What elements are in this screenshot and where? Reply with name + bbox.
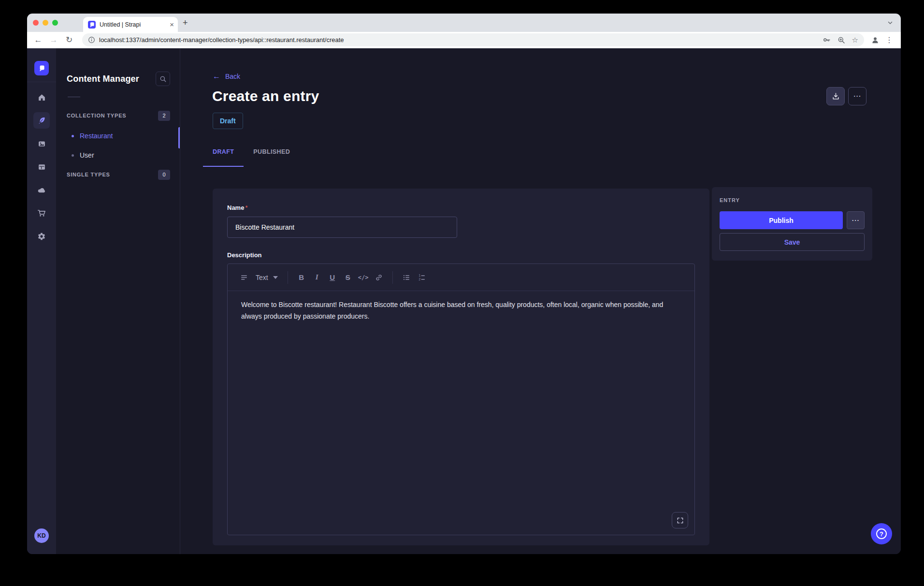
marketplace-cart-icon[interactable] [33, 205, 50, 221]
expand-editor-button[interactable] [672, 512, 688, 528]
tab-draft[interactable]: DRAFT [203, 146, 244, 167]
svg-text:1: 1 [419, 274, 420, 277]
subnav-divider [68, 97, 80, 97]
url-text[interactable]: localhost:1337/admin/content-manager/col… [99, 36, 816, 44]
collection-types-count: 2 [158, 111, 170, 121]
browser-back-icon[interactable]: ← [32, 34, 44, 46]
page-title: Create an entry [212, 88, 319, 104]
name-input[interactable] [227, 217, 457, 238]
code-icon: </> [358, 274, 369, 281]
browser-forward-icon[interactable]: → [47, 34, 60, 46]
user-avatar[interactable]: KD [34, 528, 49, 543]
browser-menu-icon[interactable]: ⋮ [885, 35, 893, 44]
main-content: ← Back Create an entry ⋯ Draft DRAFT PUB… [180, 48, 901, 554]
help-icon: ? [876, 528, 887, 539]
browser-reload-icon[interactable]: ↻ [63, 34, 75, 46]
chevron-down-icon [273, 276, 278, 279]
bulleted-list-button[interactable] [399, 270, 414, 285]
svg-text:2: 2 [419, 277, 420, 280]
sidebar-item-label: User [80, 151, 94, 159]
strikethrough-icon: S [346, 273, 350, 281]
status-badge: Draft [213, 113, 243, 129]
publish-button[interactable]: Publish [720, 211, 843, 229]
close-window-button[interactable] [33, 20, 39, 26]
new-tab-button[interactable]: + [183, 18, 188, 28]
tab-search-chevron-icon[interactable] [887, 20, 893, 26]
link-button[interactable] [371, 270, 387, 285]
help-button[interactable]: ? [871, 523, 892, 544]
settings-gear-icon[interactable] [33, 228, 50, 245]
back-arrow-icon: ← [213, 73, 220, 80]
tab-title: Untitled | Strapi [100, 21, 166, 28]
bullet-dot [72, 135, 74, 137]
browser-toolbar: ← → ↻ localhost:1337/admin/content-manag… [27, 32, 901, 48]
tab-close-icon[interactable]: × [170, 21, 174, 28]
save-button[interactable]: Save [720, 233, 865, 251]
site-info-icon[interactable] [88, 36, 95, 44]
browser-window: Untitled | Strapi × + ← → ↻ localhost:13… [27, 14, 901, 554]
bold-button[interactable]: B [294, 270, 309, 285]
tab-published[interactable]: PUBLISHED [244, 146, 300, 167]
text-style-value: Text [256, 274, 268, 281]
single-types-label: SINGLE TYPES [67, 172, 110, 177]
home-icon[interactable] [33, 89, 50, 105]
toolbar-separator [392, 271, 393, 284]
zoom-window-button[interactable] [52, 20, 58, 26]
address-bar[interactable]: localhost:1337/admin/content-manager/col… [82, 33, 864, 46]
nav-rail: KD [27, 48, 56, 554]
media-library-icon[interactable] [33, 135, 50, 152]
version-tabs: DRAFT PUBLISHED [203, 146, 300, 167]
zoom-page-icon[interactable] [837, 36, 845, 44]
description-label: Description [227, 251, 695, 259]
header-more-button[interactable]: ⋯ [848, 87, 866, 105]
rail-divider [27, 82, 56, 82]
required-asterisk: * [245, 204, 247, 211]
bookmark-star-icon[interactable]: ☆ [852, 36, 858, 44]
back-label: Back [225, 73, 240, 80]
underline-button[interactable]: U [325, 270, 340, 285]
editor-toolbar: Text B I U S </> [228, 264, 694, 291]
more-icon: ⋯ [853, 92, 862, 100]
name-label: Name [227, 204, 244, 211]
more-icon: ⋯ [852, 217, 860, 224]
toolbar-separator [288, 271, 288, 284]
code-button[interactable]: </> [356, 270, 371, 285]
entry-more-button[interactable]: ⋯ [847, 211, 865, 229]
content-manager-icon[interactable] [33, 112, 50, 129]
password-key-icon[interactable] [823, 36, 831, 44]
minimize-window-button[interactable] [43, 20, 48, 26]
entry-form-card: Name* Description Text B [213, 189, 709, 545]
bold-icon: B [299, 273, 304, 281]
bullet-dot [72, 154, 74, 157]
export-button[interactable] [826, 87, 845, 105]
subnav-title: Content Manager [67, 74, 139, 84]
single-types-count: 0 [158, 170, 170, 180]
entry-panel-title: ENTRY [720, 197, 865, 203]
traffic-lights [33, 20, 58, 26]
sidebar-item-label: Restaurant [80, 132, 113, 140]
content-manager-subnav: Content Manager COLLECTION TYPES 2 Resta… [56, 48, 180, 554]
entry-panel: ENTRY Publish ⋯ Save [712, 187, 872, 261]
sidebar-item-user[interactable]: User [67, 146, 170, 165]
strapi-logo[interactable] [34, 61, 49, 75]
sidebar-item-restaurant[interactable]: Restaurant [67, 126, 170, 146]
profile-icon[interactable] [871, 36, 880, 44]
underline-icon: U [330, 273, 335, 281]
collection-types-label: COLLECTION TYPES [67, 113, 126, 118]
italic-button[interactable]: I [309, 270, 325, 285]
strapi-app: KD Content Manager COLLECTION TYPES 2 Re… [27, 48, 901, 554]
strapi-favicon [88, 21, 96, 29]
paragraph-style-icon[interactable] [236, 270, 252, 285]
strikethrough-button[interactable]: S [340, 270, 356, 285]
italic-icon: I [316, 273, 318, 281]
cloud-icon[interactable] [33, 182, 50, 198]
content-type-builder-icon[interactable] [33, 159, 50, 175]
numbered-list-button[interactable]: 12 [414, 270, 430, 285]
description-textarea[interactable]: Welcome to Biscotte restaurant! Restaura… [228, 291, 694, 535]
back-link[interactable]: ← Back [213, 73, 240, 80]
browser-tab[interactable]: Untitled | Strapi × [83, 17, 178, 32]
search-button[interactable] [156, 72, 170, 86]
text-style-dropdown[interactable]: Text [252, 274, 282, 281]
browser-tabstrip: Untitled | Strapi × + [27, 14, 901, 32]
rich-text-editor: Text B I U S </> [227, 264, 695, 535]
